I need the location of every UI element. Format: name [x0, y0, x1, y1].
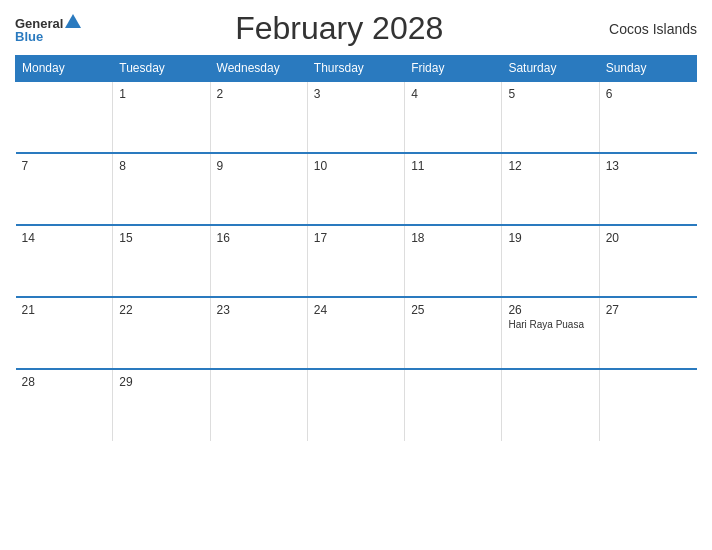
- calendar-cell: [16, 81, 113, 153]
- calendar-cell: 11: [405, 153, 502, 225]
- logo-triangle-icon: [65, 14, 81, 28]
- page: General Blue February 2028 Cocos Islands…: [0, 0, 712, 550]
- day-number: 28: [22, 375, 107, 389]
- calendar-day-header: Saturday: [502, 56, 599, 82]
- day-number: 15: [119, 231, 203, 245]
- day-number: 21: [22, 303, 107, 317]
- calendar-cell: 22: [113, 297, 210, 369]
- calendar-cell: 8: [113, 153, 210, 225]
- calendar-week-row: 212223242526Hari Raya Puasa27: [16, 297, 697, 369]
- header: General Blue February 2028 Cocos Islands: [15, 10, 697, 47]
- calendar-cell: 19: [502, 225, 599, 297]
- day-number: 16: [217, 231, 301, 245]
- day-number: 24: [314, 303, 398, 317]
- calendar-week-row: 78910111213: [16, 153, 697, 225]
- day-number: 18: [411, 231, 495, 245]
- day-number: 27: [606, 303, 691, 317]
- day-number: 2: [217, 87, 301, 101]
- calendar-cell: 4: [405, 81, 502, 153]
- calendar-cell: 29: [113, 369, 210, 441]
- day-number: 8: [119, 159, 203, 173]
- calendar-day-header: Thursday: [307, 56, 404, 82]
- event-label: Hari Raya Puasa: [508, 319, 592, 330]
- calendar-header-row: MondayTuesdayWednesdayThursdayFridaySatu…: [16, 56, 697, 82]
- calendar-week-row: 123456: [16, 81, 697, 153]
- day-number: 7: [22, 159, 107, 173]
- page-title: February 2028: [81, 10, 597, 47]
- calendar-cell: 7: [16, 153, 113, 225]
- calendar-cell: [210, 369, 307, 441]
- calendar-cell: 16: [210, 225, 307, 297]
- day-number: 1: [119, 87, 203, 101]
- calendar-cell: 9: [210, 153, 307, 225]
- calendar-cell: 6: [599, 81, 696, 153]
- calendar-cell: 12: [502, 153, 599, 225]
- day-number: 29: [119, 375, 203, 389]
- calendar-cell: 23: [210, 297, 307, 369]
- calendar-cell: 24: [307, 297, 404, 369]
- day-number: 11: [411, 159, 495, 173]
- calendar-cell: 5: [502, 81, 599, 153]
- calendar-cell: 13: [599, 153, 696, 225]
- day-number: 14: [22, 231, 107, 245]
- day-number: 25: [411, 303, 495, 317]
- calendar-cell: [307, 369, 404, 441]
- calendar-day-header: Sunday: [599, 56, 696, 82]
- calendar-day-header: Monday: [16, 56, 113, 82]
- calendar: MondayTuesdayWednesdayThursdayFridaySatu…: [15, 55, 697, 441]
- day-number: 20: [606, 231, 691, 245]
- region-label: Cocos Islands: [597, 21, 697, 37]
- calendar-cell: 21: [16, 297, 113, 369]
- day-number: 13: [606, 159, 691, 173]
- calendar-cell: 28: [16, 369, 113, 441]
- calendar-cell: 17: [307, 225, 404, 297]
- calendar-cell: 14: [16, 225, 113, 297]
- calendar-cell: 10: [307, 153, 404, 225]
- day-number: 23: [217, 303, 301, 317]
- calendar-week-row: 14151617181920: [16, 225, 697, 297]
- calendar-cell: 27: [599, 297, 696, 369]
- calendar-cell: 18: [405, 225, 502, 297]
- day-number: 17: [314, 231, 398, 245]
- day-number: 19: [508, 231, 592, 245]
- day-number: 3: [314, 87, 398, 101]
- day-number: 12: [508, 159, 592, 173]
- calendar-day-header: Tuesday: [113, 56, 210, 82]
- calendar-cell: [502, 369, 599, 441]
- day-number: 9: [217, 159, 301, 173]
- day-number: 6: [606, 87, 691, 101]
- day-number: 22: [119, 303, 203, 317]
- day-number: 26: [508, 303, 592, 317]
- day-number: 10: [314, 159, 398, 173]
- calendar-cell: [599, 369, 696, 441]
- calendar-cell: 20: [599, 225, 696, 297]
- calendar-cell: 1: [113, 81, 210, 153]
- logo: General Blue: [15, 14, 81, 43]
- calendar-cell: 25: [405, 297, 502, 369]
- calendar-cell: 2: [210, 81, 307, 153]
- calendar-day-header: Friday: [405, 56, 502, 82]
- calendar-cell: 15: [113, 225, 210, 297]
- calendar-cell: 26Hari Raya Puasa: [502, 297, 599, 369]
- calendar-cell: 3: [307, 81, 404, 153]
- calendar-week-row: 2829: [16, 369, 697, 441]
- calendar-cell: [405, 369, 502, 441]
- day-number: 5: [508, 87, 592, 101]
- day-number: 4: [411, 87, 495, 101]
- logo-blue-text: Blue: [15, 30, 43, 43]
- calendar-day-header: Wednesday: [210, 56, 307, 82]
